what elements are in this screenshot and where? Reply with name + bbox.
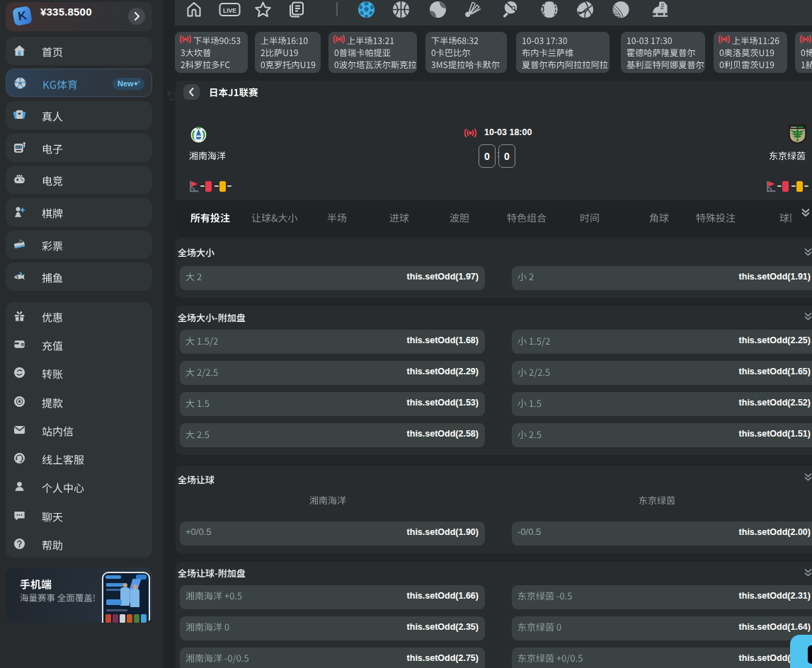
svg-text:LIVE: LIVE <box>223 7 236 14</box>
